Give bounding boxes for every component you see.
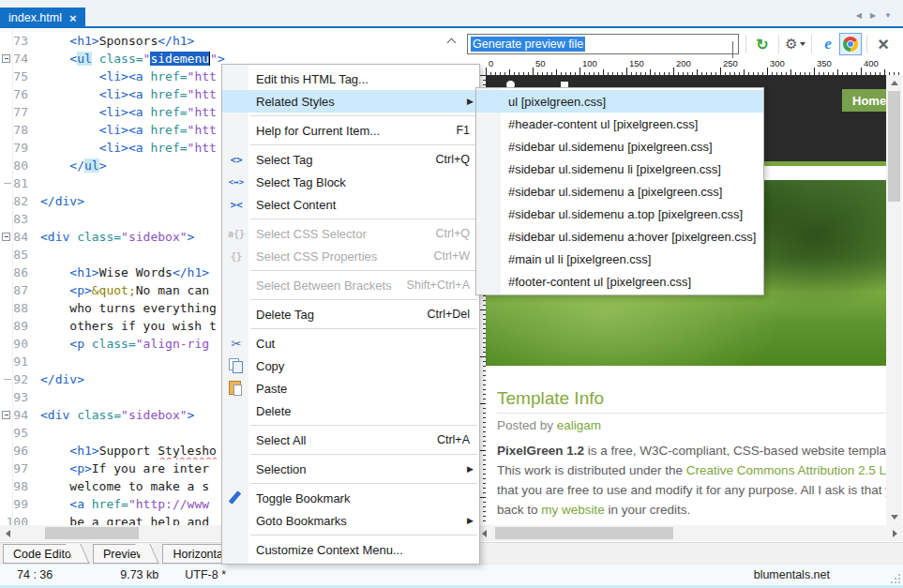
context-menu-item[interactable]: Select Tag Block ▶ bbox=[222, 171, 479, 193]
submenu-arrow-icon: ▶ bbox=[467, 97, 474, 106]
context-menu-item[interactable]: Toggle Bookmark ▶ bbox=[222, 487, 479, 509]
context-menu-item[interactable]: ▶ bbox=[222, 296, 479, 303]
context-menu-item[interactable]: Help for Current Item... F1 ▶ bbox=[222, 119, 479, 142]
menu-item-label: Goto Bookmarks bbox=[250, 514, 470, 528]
context-menu-item[interactable]: ▶ bbox=[222, 142, 479, 148]
context-menu-item[interactable]: Customize Context Menu... ▶ bbox=[222, 538, 479, 561]
context-menu-item[interactable]: ▶ bbox=[222, 325, 479, 332]
encoding-indicator[interactable]: UTF-8 * bbox=[185, 568, 226, 581]
context-menu-item[interactable]: ▶ bbox=[222, 267, 479, 274]
menu-item-label: Selection bbox=[250, 462, 470, 476]
submenu-arrow-icon: ▶ bbox=[467, 464, 474, 474]
context-menu-item[interactable]: ▶ bbox=[222, 216, 479, 222]
context-menu-item[interactable]: Paste ▶ bbox=[222, 377, 479, 400]
scroll-left-icon[interactable] bbox=[0, 525, 16, 541]
related-style-item[interactable]: ul [pixelgreen.css] bbox=[476, 90, 763, 113]
context-menu-item[interactable]: Select Between Brackets Shift+Ctrl+A ▶ bbox=[222, 274, 479, 296]
preview-settings-button[interactable]: ⚙ bbox=[784, 33, 806, 55]
context-menu-item[interactable]: Related Styles ▶ bbox=[222, 90, 479, 113]
menu-item-label: Select CSS Selector bbox=[250, 227, 436, 241]
editor-hscroll-thumb[interactable] bbox=[45, 527, 139, 539]
context-menu-item[interactable]: Delete ▶ bbox=[222, 400, 479, 422]
menu-item-shortcut: Ctrl+Q bbox=[436, 227, 479, 240]
context-menu-item[interactable]: Select Tag Ctrl+Q ▶ bbox=[222, 148, 479, 171]
preview-vscrollbar[interactable] bbox=[886, 75, 902, 525]
context-menu-item[interactable]: Select All Ctrl+A ▶ bbox=[222, 429, 479, 451]
tab-scroll-right-icon[interactable]: ▶ bbox=[870, 11, 876, 20]
scroll-right-icon[interactable] bbox=[887, 525, 903, 541]
chrome-engine-button[interactable] bbox=[839, 33, 862, 55]
tab-index-html[interactable]: index.html × bbox=[0, 8, 85, 28]
refresh-preview-button[interactable]: ↻ bbox=[751, 33, 774, 55]
menu-item-label: Paste bbox=[250, 382, 470, 396]
related-style-item[interactable]: #sidebar ul.sidemenu a:hover [pixelgreen… bbox=[476, 225, 763, 248]
context-menu-item[interactable]: Selection ▶ bbox=[222, 458, 479, 480]
close-preview-button[interactable]: × bbox=[872, 33, 895, 55]
related-style-item[interactable]: #sidebar ul.sidemenu [pixelgreen.css] bbox=[476, 135, 763, 158]
context-menu-item[interactable]: Select CSS Selector Ctrl+Q ▶ bbox=[222, 222, 479, 245]
context-menu-item[interactable]: Select CSS Properties Ctrl+W ▶ bbox=[222, 245, 479, 267]
related-style-item[interactable]: #header-content ul [pixelgreen.css] bbox=[476, 113, 763, 135]
close-icon: × bbox=[878, 35, 889, 53]
line-number: 85 bbox=[0, 246, 40, 264]
menu-item-label: Select CSS Properties bbox=[250, 249, 433, 264]
context-menu-item[interactable]: ▶ bbox=[222, 422, 479, 429]
related-style-item[interactable]: #sidebar ul.sidemenu a.top [pixelgreen.c… bbox=[476, 203, 763, 225]
combobox-dropdown-icon[interactable] bbox=[732, 41, 733, 58]
context-menu-item[interactable]: Select Content ▶ bbox=[222, 193, 479, 216]
view-mode-tab[interactable]: Preview bbox=[93, 544, 146, 564]
context-menu-item[interactable]: ▶ bbox=[222, 113, 479, 119]
context-menu-item[interactable]: Delete Tag Ctrl+Del ▶ bbox=[222, 303, 479, 325]
context-menu-item[interactable]: Copy ▶ bbox=[222, 354, 479, 377]
fold-marker[interactable] bbox=[2, 411, 10, 419]
status-bar: 74 : 36 9.73 kb UTF-8 * blumentals.net bbox=[0, 564, 903, 588]
brand-link[interactable]: blumentals.net bbox=[754, 568, 830, 581]
settings-gear-icon: ⚙ bbox=[785, 36, 797, 53]
preview-hscroll-thumb[interactable] bbox=[495, 527, 673, 539]
related-style-item[interactable]: #footer-content ul [pixelgreen.css] bbox=[476, 270, 763, 293]
tab-scroll-left-icon[interactable]: ◀ bbox=[856, 11, 862, 20]
template-info-text-line: back to my website in your credits. bbox=[497, 500, 690, 520]
context-menu-item[interactable]: Goto Bookmarks ▶ bbox=[222, 509, 479, 532]
menu-item-icon bbox=[222, 148, 250, 171]
ruler-label: 100 bbox=[582, 58, 597, 68]
context-menu-item[interactable]: ▶ bbox=[222, 532, 479, 538]
menu-item-label: Related Styles bbox=[250, 95, 470, 109]
related-style-item[interactable]: #sidebar ul.sidemenu li [pixelgreen.css] bbox=[476, 158, 763, 180]
tab-list-dropdown-icon[interactable]: ▼ bbox=[884, 11, 892, 20]
context-menu-item[interactable]: Edit this HTML Tag... ▶ bbox=[222, 68, 479, 90]
menu-item-label: Delete bbox=[250, 404, 470, 418]
preview-vscroll-thumb[interactable] bbox=[888, 91, 900, 202]
line-number: 79 bbox=[0, 139, 40, 157]
preview-hscrollbar[interactable] bbox=[476, 525, 903, 541]
context-menu-item[interactable]: Cut ▶ bbox=[222, 332, 479, 354]
scroll-up-icon[interactable] bbox=[886, 75, 902, 91]
ruler-label: 0 bbox=[489, 58, 493, 68]
resize-grip[interactable] bbox=[889, 572, 900, 583]
collapse-preview-toolbar-button[interactable] bbox=[444, 34, 458, 47]
related-style-item[interactable]: #main ul li [pixelgreen.css] bbox=[476, 248, 763, 270]
ruler-label: 400 bbox=[864, 58, 879, 68]
line-number: 73 bbox=[0, 32, 40, 50]
line-number: 76 bbox=[0, 85, 40, 103]
fold-marker[interactable] bbox=[2, 54, 10, 63]
scroll-down-icon[interactable] bbox=[886, 509, 902, 525]
view-mode-tab[interactable]: Code Editor bbox=[3, 544, 77, 564]
related-styles-submenu: ul [pixelgreen.css]#header-content ul [p… bbox=[475, 87, 764, 295]
preview-file-combobox[interactable]: Generate preview file bbox=[467, 34, 739, 54]
ruler-label: 150 bbox=[629, 58, 644, 68]
context-menu-item[interactable]: ▶ bbox=[222, 480, 479, 487]
menu-item-icon bbox=[222, 68, 250, 90]
menu-item-icon bbox=[222, 538, 250, 561]
line-number: 97 bbox=[0, 460, 40, 477]
ruler-label: 300 bbox=[770, 58, 785, 68]
context-menu-item[interactable]: ▶ bbox=[222, 451, 479, 458]
line-number: 87 bbox=[0, 281, 40, 299]
tab-close-icon[interactable]: × bbox=[69, 11, 77, 25]
home-nav-link[interactable]: Home bbox=[842, 89, 886, 112]
line-number: 98 bbox=[0, 477, 40, 495]
fold-marker[interactable] bbox=[2, 233, 10, 241]
related-style-item[interactable]: #sidebar ul.sidemenu a [pixelgreen.css] bbox=[476, 180, 763, 203]
line-number: 77 bbox=[0, 103, 40, 121]
ie-engine-button[interactable]: e bbox=[817, 33, 839, 55]
